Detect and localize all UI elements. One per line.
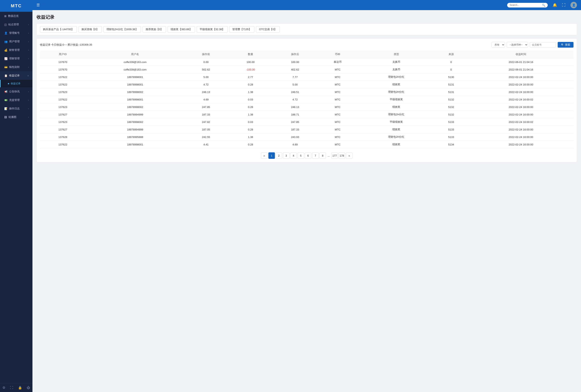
cell-after: 247.85 <box>274 118 316 126</box>
col-header-coin: 币种 <box>316 50 359 58</box>
pagination-prev[interactable]: « <box>261 152 268 159</box>
cell-username[interactable]: 18978998002 <box>86 88 184 96</box>
pagination-page-6[interactable]: 6 <box>305 152 312 159</box>
notification-bell-icon[interactable]: 🔔 <box>552 3 557 7</box>
cell-username[interactable]: 18978998001 <box>86 141 184 148</box>
avatar[interactable]: 👤 <box>570 2 577 8</box>
cell-time: 2022-02-24 16:00:00 <box>468 81 574 88</box>
search-input[interactable] <box>510 4 541 6</box>
cell-uid[interactable]: 137670 <box>40 58 86 66</box>
pagination-next[interactable]: » <box>346 152 352 159</box>
account-input[interactable] <box>530 42 556 47</box>
cell-coin: MTC <box>316 88 359 96</box>
search-button[interactable]: 🔍 搜索 <box>558 42 574 48</box>
cell-after: 100.00 <box>274 58 316 66</box>
cell-username[interactable]: 18978995888 <box>86 133 184 141</box>
chevron-right-icon: › <box>28 57 29 60</box>
cell-uid[interactable]: 137622 <box>40 73 86 81</box>
cell-type[interactable]: 兑换币 <box>359 58 434 66</box>
pagination-page-8[interactable]: 8 <box>320 152 326 159</box>
cell-amount: 0.28 <box>228 141 274 148</box>
status-select[interactable]: 所有 正常 冻结 <box>492 42 505 48</box>
cell-type[interactable]: 绩效奖 <box>359 81 434 88</box>
table-row: 137623 18978998002 247.82 0.03 247.85 MT… <box>40 118 574 126</box>
cell-username[interactable]: 18978998001 <box>86 73 184 81</box>
lock-icon[interactable]: 🔒 <box>18 386 22 390</box>
cell-type[interactable]: 绩效奖 <box>359 126 434 133</box>
finance-icon: 💰 <box>4 49 8 52</box>
pagination-page-177[interactable]: 177 <box>331 152 338 159</box>
pagination-page-3[interactable]: 3 <box>283 152 290 159</box>
cell-type[interactable]: 平级绩效奖 <box>359 96 434 103</box>
cell-uid[interactable]: 137627 <box>40 126 86 133</box>
filter-tab-referral[interactable]: 推荐奖励【0】 <box>142 26 166 33</box>
cell-uid[interactable]: 137622 <box>40 141 86 148</box>
cell-uid[interactable]: 137623 <box>40 103 86 111</box>
fullscreen-icon[interactable]: ⛶ <box>562 3 566 7</box>
sidebar-item-wallet[interactable]: 💳 钱包划转 › <box>0 63 32 71</box>
cell-username[interactable]: 18978998001 <box>86 81 184 88</box>
sidebar-item-user-mgmt[interactable]: 👥 用户管理 › <box>0 37 32 46</box>
col-header-source: 来源 <box>434 50 468 58</box>
cell-type[interactable]: 平级绩效奖 <box>359 118 434 126</box>
cell-username[interactable]: 18978998002 <box>86 118 184 126</box>
cell-type[interactable]: 绩效奖 <box>359 141 434 148</box>
filter-tab-financial-2h[interactable]: 理财包2H分红【1839.38】 <box>104 26 141 33</box>
active-dot <box>8 83 9 84</box>
sidebar-item-site[interactable]: ◫ 站点管理 › <box>0 20 32 29</box>
expand-icon[interactable]: ⛶ <box>10 386 13 390</box>
filter-tab-mgmt-fee[interactable]: 管理费【7135】 <box>229 26 254 33</box>
sidebar-item-notice[interactable]: 📢 公告快讯 › <box>0 87 32 96</box>
sidebar-item-dashboard[interactable]: ⊞ 数据总览 <box>0 12 32 20</box>
cell-uid[interactable]: 137623 <box>40 118 86 126</box>
pagination-page-178[interactable]: 178 <box>338 152 345 159</box>
filter-tab-performance[interactable]: 绩效奖【383.89】 <box>168 26 195 33</box>
cell-time: 2022-02-24 16:00:00 <box>468 126 574 133</box>
cell-username[interactable]: 18978998002 <box>86 103 184 111</box>
cell-type[interactable]: 绩效奖 <box>359 103 434 111</box>
cell-username[interactable]: 18978994999 <box>86 126 184 133</box>
main-content: 收益记录 购买基金产品【-144700】 购买资格【0】 理财包2H分红【183… <box>32 10 581 392</box>
col-header-time: 收益时间 <box>468 50 574 58</box>
cell-uid[interactable]: 137670 <box>40 66 86 73</box>
cell-type[interactable]: 理财包2H分红 <box>359 133 434 141</box>
pagination-page-7[interactable]: 7 <box>312 152 319 159</box>
cell-uid[interactable]: 137622 <box>40 96 86 103</box>
pagination-page-2[interactable]: 2 <box>276 152 282 159</box>
power-icon[interactable]: ⏻ <box>27 386 30 390</box>
coin-select[interactable]: --选择币种-- MTC 泰达币 <box>506 42 528 48</box>
sidebar-item-oplog[interactable]: 📝 操作日志 › <box>0 104 32 113</box>
pagination-page-1[interactable]: 1 <box>268 152 275 159</box>
sidebar-item-account-mgmt[interactable]: 👤 管理账号 › <box>0 29 32 37</box>
search-bar[interactable]: 🔍 <box>507 3 548 7</box>
filter-tab-otc[interactable]: OTC交易【0】 <box>256 26 280 33</box>
cell-before: 5.00 <box>184 73 228 81</box>
menu-icon[interactable]: ☰ <box>36 3 40 7</box>
cell-type[interactable]: 理财包2H分红 <box>359 88 434 96</box>
cell-uid[interactable]: 137628 <box>40 133 86 141</box>
pagination-page-4[interactable]: 4 <box>290 152 297 159</box>
sidebar-item-earnings[interactable]: 📋 收益记录 ∨ <box>0 71 32 80</box>
cell-username[interactable]: coffe339@163.com <box>86 66 184 73</box>
filter-tab-buy-fund[interactable]: 购买基金产品【-144700】 <box>40 26 77 33</box>
cell-type[interactable]: 兑换币 <box>359 66 434 73</box>
cell-type[interactable]: 理财包2H分红 <box>359 111 434 118</box>
sidebar-item-recharge[interactable]: 💵 充提管理 › <box>0 96 32 104</box>
sidebar-item-carousel[interactable]: 🖼 轮播图 › <box>0 113 32 121</box>
cell-username[interactable]: 18978998001 <box>86 96 184 103</box>
filter-tabs: 购买基金产品【-144700】 购买资格【0】 理财包2H分红【1839.38】… <box>36 23 577 35</box>
settings-icon[interactable]: ⚙ <box>2 386 5 390</box>
cell-username[interactable]: coffe339@163.com <box>86 58 184 66</box>
cell-uid[interactable]: 137622 <box>40 81 86 88</box>
filter-tab-level-performance[interactable]: 平级绩效奖【32.38】 <box>196 26 228 33</box>
cell-type[interactable]: 理财包2H分红 <box>359 73 434 81</box>
pagination-page-5[interactable]: 5 <box>298 152 304 159</box>
sidebar-item-wealth[interactable]: 📈 理财管理 › <box>0 54 32 63</box>
filter-tab-buy-qualify[interactable]: 购买资格【0】 <box>78 26 102 33</box>
cell-uid[interactable]: 137627 <box>40 111 86 118</box>
sidebar-item-finance[interactable]: 💰 财务管理 › <box>0 46 32 54</box>
cell-uid[interactable]: 137623 <box>40 88 86 96</box>
sidebar-sub-item-earnings-record[interactable]: 收益记录 <box>0 80 32 87</box>
cell-username[interactable]: 18978994999 <box>86 111 184 118</box>
cell-amount: 100.00 <box>228 58 274 66</box>
